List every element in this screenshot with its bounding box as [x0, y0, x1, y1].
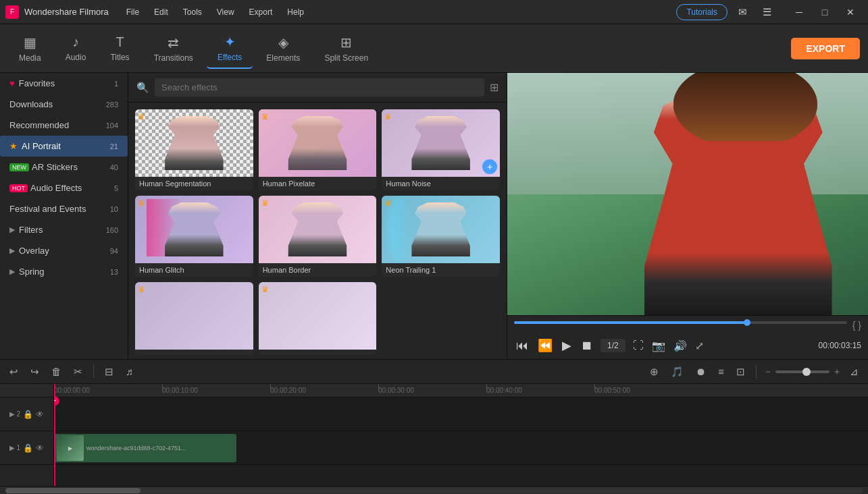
settings-icon[interactable]: ☰: [757, 3, 776, 22]
sidebar-filters-count: 160: [106, 226, 118, 234]
play-button[interactable]: ▶: [560, 336, 573, 355]
zoom-in-icon[interactable]: ＋: [832, 366, 842, 378]
crown-icon-7: ♛: [138, 285, 145, 294]
sidebar-audio-effects-label: Audio Effects: [30, 183, 114, 193]
redo-button[interactable]: ↪: [26, 364, 43, 380]
split-screen-label: Split Screen: [324, 53, 368, 63]
preview-time: 00:00:03:15: [819, 341, 861, 350]
snapshot-button[interactable]: 📷: [650, 337, 667, 354]
sidebar-recommended-label: Recommended: [9, 120, 106, 130]
transitions-label: Transitions: [154, 53, 193, 63]
effect-card-neon-trailing[interactable]: ♛ Neon Trailing 1: [382, 196, 500, 277]
sidebar-item-ai-portrait[interactable]: ★ AI Portrait 21: [0, 136, 128, 157]
split-button[interactable]: ⊟: [101, 364, 118, 380]
zoom-handle[interactable]: [802, 368, 811, 376]
toolbar-audio[interactable]: ♪ Audio: [55, 29, 97, 67]
export-button[interactable]: EXPORT: [791, 38, 860, 59]
title-bar: F Wondershare Filmora File Edit Tools Vi…: [0, 0, 868, 24]
toolbar-media[interactable]: ▦ Media: [8, 29, 52, 68]
menu-view[interactable]: View: [210, 5, 241, 20]
zoom-out-icon[interactable]: －: [763, 366, 773, 378]
preview-video: [507, 73, 868, 315]
timeline-tracks-right[interactable]: 00:00:00:00 00:00:10:00 00:00:20:00 00:0…: [54, 384, 868, 486]
toolbar-transitions[interactable]: ⇄ Transitions: [143, 29, 204, 68]
timeline-area: ↩ ↪ 🗑 ✂ ⊟ ♬ ⊕ 🎵 ⏺ ≡ ⊡ － ＋ ⊿: [0, 359, 868, 494]
preview-progress-bar[interactable]: [514, 321, 847, 324]
sidebar-item-recommended[interactable]: Recommended 104: [0, 115, 128, 136]
grid-view-icon[interactable]: ⊞: [490, 81, 499, 94]
track-clip-1[interactable]: ▶ wondershare-ac91dd68-c702-4751...: [54, 434, 236, 462]
transitions-icon: ⇄: [168, 34, 179, 51]
effects-search-input[interactable]: [155, 78, 484, 97]
preview-extra-buttons: ⛶ 📷 🔊 ⤢: [631, 337, 706, 354]
effect-card-partial1[interactable]: ♛: [135, 282, 253, 355]
volume-button[interactable]: 🔊: [671, 337, 689, 354]
fit-timeline-button[interactable]: ⊿: [846, 364, 863, 380]
subtitle-icon[interactable]: ≡: [714, 364, 728, 379]
heart-icon-3[interactable]: ♡: [488, 112, 497, 123]
tutorials-button[interactable]: Tutorials: [676, 4, 727, 20]
effect-label-partial2: [259, 350, 377, 355]
audio-icon[interactable]: 🎵: [667, 364, 688, 380]
effect-label-human-pixelate: Human Pixelate: [259, 177, 377, 190]
caption-icon[interactable]: ⊡: [732, 364, 749, 380]
sidebar-item-favorites[interactable]: ♥ Favorites 1: [0, 73, 128, 94]
effect-card-human-noise[interactable]: ♛ ♡ + Human Noise: [382, 109, 500, 190]
sidebar-item-festival-events[interactable]: Festival and Events 10: [0, 198, 128, 219]
effect-thumb-neon-trailing: [382, 196, 500, 263]
toolbar-elements[interactable]: ◈ Elements: [255, 29, 311, 68]
zoom-slider[interactable]: [775, 370, 829, 373]
timeline-content: ▶ 2 🔒 👁 ▶ 1 🔒 👁 00:00:00:00 00:00:10:00 …: [0, 384, 868, 486]
effect-label-partial1: [135, 350, 253, 355]
sidebar-item-spring[interactable]: ▶ Spring 13: [0, 261, 128, 282]
notification-icon[interactable]: ✉: [733, 3, 752, 22]
sidebar-item-audio-effects[interactable]: HOT Audio Effects 5: [0, 177, 128, 198]
lock-icon-2[interactable]: 🔒: [23, 410, 33, 419]
track-2-lane[interactable]: [54, 397, 868, 431]
sidebar-item-filters[interactable]: ▶ Filters 160: [0, 219, 128, 240]
stop-button[interactable]: ⏹: [579, 337, 595, 355]
menu-tools[interactable]: Tools: [176, 5, 209, 20]
effect-card-human-pixelate[interactable]: ♛ Human Pixelate: [259, 109, 377, 190]
timeline-scrollbar[interactable]: [0, 486, 868, 494]
track-1-lane[interactable]: ▶ wondershare-ac91dd68-c702-4751...: [54, 431, 868, 465]
add-effect-button-3[interactable]: +: [482, 159, 497, 174]
menu-edit[interactable]: Edit: [147, 5, 175, 20]
maximize-button[interactable]: □: [813, 3, 837, 22]
effect-card-human-border[interactable]: ♛ Human Border: [259, 196, 377, 277]
crown-icon-4: ♛: [138, 198, 145, 208]
sidebar-item-overlay[interactable]: ▶ Overlay 94: [0, 240, 128, 261]
audio-icon: ♪: [72, 34, 79, 50]
settings-button[interactable]: ⤢: [693, 337, 706, 354]
toolbar-split-screen[interactable]: ⊞ Split Screen: [313, 29, 379, 68]
sidebar-item-ar-stickers[interactable]: NEW AR Stickers 40: [0, 157, 128, 177]
scrollbar-thumb[interactable]: [5, 488, 141, 493]
preview-progress-handle[interactable]: [744, 319, 750, 326]
close-button[interactable]: ✕: [838, 3, 863, 22]
effect-card-partial2[interactable]: ♛: [259, 282, 377, 355]
fullscreen-button[interactable]: ⛶: [631, 337, 646, 354]
lock-icon-1[interactable]: 🔒: [23, 443, 33, 453]
eye-icon-1[interactable]: 👁: [36, 443, 44, 453]
effect-card-human-glitch[interactable]: ♛ Human Glitch: [135, 196, 253, 277]
elements-icon: ◈: [278, 34, 288, 51]
effect-card-human-seg[interactable]: ♛ Human Segmentation: [135, 109, 253, 190]
scrollbar-track[interactable]: [5, 488, 863, 493]
toolbar-effects[interactable]: ✦ Effects: [207, 28, 253, 69]
audio-detach-button[interactable]: ♬: [122, 364, 137, 379]
cut-button[interactable]: ✂: [70, 364, 86, 380]
minimize-button[interactable]: ─: [787, 3, 811, 22]
delete-button[interactable]: 🗑: [47, 364, 66, 379]
record-icon[interactable]: ⏺: [692, 364, 710, 379]
snap-icon[interactable]: ⊕: [646, 364, 663, 380]
effect-label-human-noise: Human Noise: [382, 177, 500, 190]
undo-button[interactable]: ↩: [5, 364, 22, 380]
sidebar-item-downloads[interactable]: Downloads 283: [0, 94, 128, 115]
eye-icon-2[interactable]: 👁: [36, 410, 44, 419]
menu-help[interactable]: Help: [280, 5, 311, 20]
menu-file[interactable]: File: [120, 5, 146, 20]
rewind-button[interactable]: ⏮: [514, 337, 530, 355]
toolbar-titles[interactable]: T Titles: [99, 29, 140, 67]
menu-export[interactable]: Export: [242, 5, 280, 20]
step-back-button[interactable]: ⏪: [536, 336, 555, 355]
